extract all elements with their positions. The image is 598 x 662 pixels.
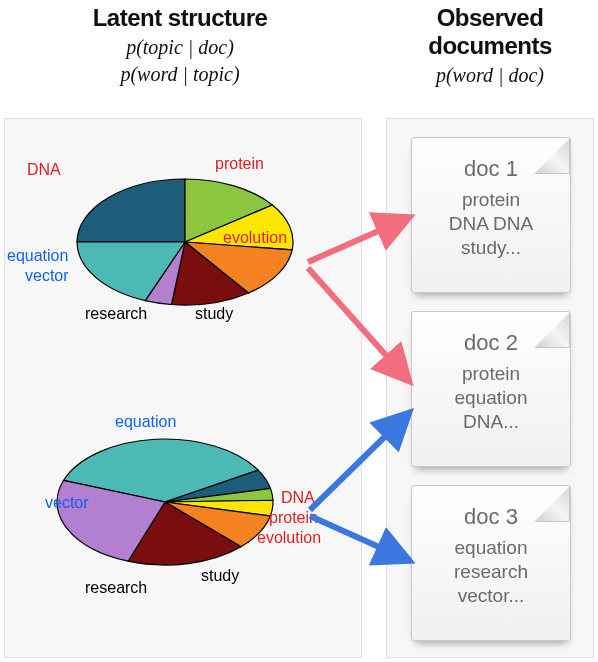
p-topic-doc-formula: p(topic | doc) [30, 36, 330, 59]
p-word-topic-formula: p(word | topic) [30, 63, 330, 86]
doc-3-words: equation research vector... [412, 536, 570, 607]
doc-1-card: doc 1 protein DNA DNA study... [411, 137, 571, 293]
label-equation-bot: equation [115, 413, 176, 431]
label-dna-top: DNA [27, 161, 61, 179]
label-vector-top: vector [25, 267, 69, 285]
right-column-header: Observed documents p(word | doc) [386, 4, 594, 87]
doc-3-line2: research [454, 561, 528, 582]
label-vector-bot: vector [45, 494, 89, 512]
doc-1-line1: protein [462, 189, 520, 210]
doc-1-line3: study... [461, 237, 521, 258]
label-protein-bot: protein [269, 509, 318, 527]
latent-structure-title: Latent structure [30, 4, 330, 32]
latent-structure-panel: DNA protein evolution equation vector re… [4, 118, 362, 658]
p-word-doc-formula: p(word | doc) [386, 64, 594, 87]
label-evolution-top: evolution [223, 229, 287, 247]
doc-2-line3: DNA... [463, 411, 519, 432]
observed-documents-title-line1: Observed [386, 4, 594, 32]
doc-2-card: doc 2 protein equation DNA... [411, 311, 571, 467]
doc-2-line2: equation [455, 387, 528, 408]
label-research-top: research [85, 305, 147, 323]
pie-slice-dna [77, 179, 185, 242]
left-column-header: Latent structure p(topic | doc) p(word |… [30, 4, 330, 86]
label-protein-top: protein [215, 155, 264, 173]
label-study-top: study [195, 305, 233, 323]
label-evolution-bot: evolution [257, 529, 321, 547]
label-research-bot: research [85, 579, 147, 597]
doc-1-words: protein DNA DNA study... [412, 188, 570, 259]
doc-1-line2: DNA DNA [449, 213, 533, 234]
doc-2-words: protein equation DNA... [412, 362, 570, 433]
observed-documents-title-line2: documents [386, 32, 594, 60]
label-study-bot: study [201, 567, 239, 585]
doc-3-line3: vector... [458, 585, 525, 606]
observed-documents-panel: doc 1 protein DNA DNA study... doc 2 pro… [386, 118, 594, 658]
doc-3-card: doc 3 equation research vector... [411, 485, 571, 641]
doc-3-line1: equation [455, 537, 528, 558]
label-equation-top: equation [7, 247, 68, 265]
label-dna-bot: DNA [281, 489, 315, 507]
doc-2-line1: protein [462, 363, 520, 384]
